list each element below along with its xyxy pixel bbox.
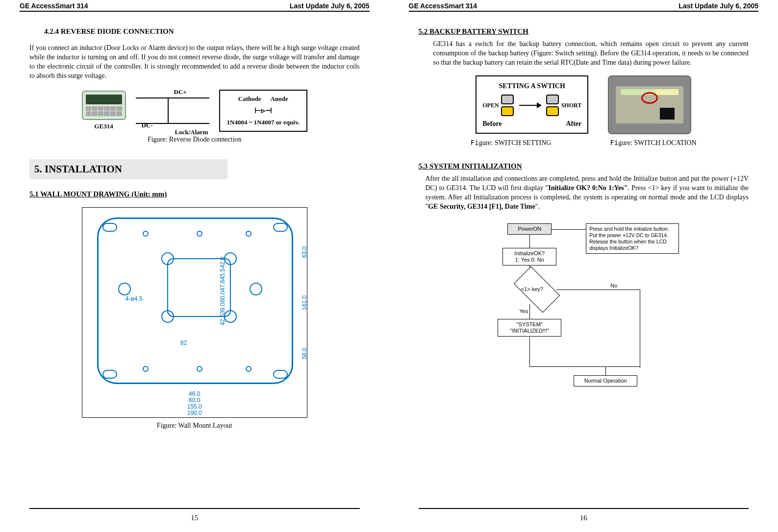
flow-decision-label: <1> key? [505, 286, 559, 292]
page-number-left: 15 [191, 514, 198, 522]
right-dimensions: 63.0 161.0 58.0 [301, 227, 309, 378]
page-header-right: GE AccessSmart 314 Last Update July 6, 2… [409, 0, 759, 12]
section-body-52: GE314 has a switch for the backup batter… [433, 40, 749, 68]
section-title-52: 5.2 BACKUP BATTERY SWITCH [419, 26, 529, 37]
switch-setting-diagram: SETTING A SWTICH OPEN SHORT [476, 75, 588, 134]
mid-dimensions: 42.0 45.5 47.6 60.0 39.0 42.5 [220, 257, 226, 325]
switch-captions-row: Figure: SWITCH SETTING Figure: SWITCH LO… [419, 138, 749, 148]
short-label: SHORT [561, 101, 582, 110]
switch-location-caption: Figure: SWITCH LOCATION [610, 138, 696, 148]
switch-figure-row: SETTING A SWTICH OPEN SHORT [419, 75, 749, 134]
flow-power-on: PowerON [507, 223, 552, 235]
flow-note: Press and hold the initialize button. Pu… [586, 223, 679, 254]
open-label: OPEN [482, 101, 499, 110]
flow-system-initialized: "SYSTEM" "INITIALIZED!!!" [498, 319, 561, 337]
section-title-424: 4.2.4 REVERSE DIODE CONNECTION [44, 26, 360, 37]
after-label: After [566, 119, 581, 129]
before-label: Before [482, 119, 502, 129]
bottom-dimensions: 46.0 60.0 155.0 190.0 [82, 391, 307, 417]
diode-spec-box: Cathode Anode ⊢▹⊣ 1N4004 ~ 1N4007 or equ… [219, 90, 307, 132]
product-name: GE AccessSmart 314 [409, 2, 477, 10]
ge314-label: GE314 [82, 122, 126, 131]
page-number-right: 16 [580, 514, 587, 522]
rj-port-icon [660, 108, 675, 120]
flow-yes-label: Yes [519, 308, 528, 315]
switch-location-photo [608, 75, 691, 134]
wall-mount-caption: Figure: Wall Mount Layout [29, 421, 360, 431]
section-5-heading: 5. INSTALLATION [29, 159, 227, 179]
wiring-icon: DC+ DC- Lock/Alarm [136, 94, 209, 128]
lock-alarm-label: Lock/Alarm [175, 128, 208, 137]
product-name: GE AccessSmart 314 [20, 2, 88, 10]
page-body-left: 4.2.4 REVERSE DIODE CONNECTION If you co… [20, 12, 370, 508]
flow-no-label: No [610, 282, 617, 290]
arrow-icon [519, 105, 541, 106]
ge314-device-icon: GE314 [82, 91, 126, 131]
reverse-diode-figure: GE314 DC+ DC- Lock/Alarm Cathode Anode ⊢… [29, 90, 360, 132]
switch-short-top-icon [546, 95, 559, 104]
section-title-51: 5.1 WALL MOUNT DRAWING (Unit: mm) [29, 189, 167, 199]
mid-bottom-dim: 82 [180, 339, 187, 347]
mount-plate-icon: 4-ø4.5 [97, 218, 293, 384]
switch-open-bot-icon [501, 106, 514, 116]
flow-normal-op: Normal Operation [574, 375, 637, 387]
last-update: Last Update July 6, 2005 [678, 2, 758, 10]
switch-setting-caption: Figure: SWITCH SETTING [471, 138, 552, 148]
section-title-53: 5.3 SYSTEM INITIALIZATION [419, 161, 522, 171]
page-footer-left: 15 [29, 508, 360, 532]
flow-init-ok: InitializeOK? 1: Yes 0: No [502, 248, 556, 266]
section-body-424: If you connect an inductor (Door Locks o… [29, 44, 360, 81]
switch-title: SETTING A SWTICH [482, 81, 581, 91]
section-body-53: After the all installation and connectio… [426, 174, 749, 212]
diode-symbol-icon: ⊢▹⊣ [227, 105, 300, 116]
page-right: GE AccessSmart 314 Last Update July 6, 2… [389, 0, 778, 532]
dc-minus-label: DC- [142, 121, 153, 130]
page-header-left: GE AccessSmart 314 Last Update July 6, 2… [20, 0, 370, 12]
page-body-right: 5.2 BACKUP BATTERY SWITCH GE314 has a sw… [409, 12, 759, 508]
init-flowchart: Press and hold the initialize button. Pu… [478, 223, 689, 400]
anode-label: Anode [271, 95, 288, 102]
diode-spec-label: 1N4004 ~ 1N4007 or equiv. [227, 118, 300, 127]
switch-short-bot-icon [546, 106, 559, 116]
hole-spec-label: 4-ø4.5 [125, 295, 143, 303]
wall-mount-drawing: 4-ø4.5 42.0 45.5 47.6 60.0 39.0 42.5 63.… [82, 207, 307, 418]
last-update: Last Update July 6, 2005 [290, 2, 370, 10]
dc-plus-label: DC+ [174, 88, 187, 97]
switch-open-top-icon [501, 95, 514, 104]
cathode-label: Cathode [238, 95, 261, 102]
red-circle-icon [641, 92, 658, 104]
page-footer-right: 16 [419, 508, 749, 532]
page-left: GE AccessSmart 314 Last Update July 6, 2… [0, 0, 389, 532]
